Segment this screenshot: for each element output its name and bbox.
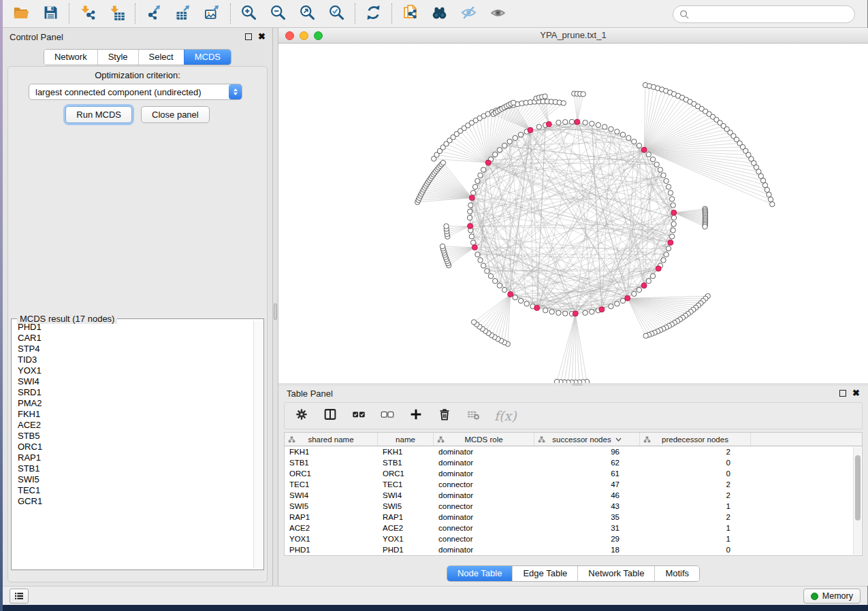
table-row[interactable]: ACE2ACE2connector311 xyxy=(285,523,862,533)
add-column-button[interactable] xyxy=(408,407,423,425)
cell-predecessor-nodes[interactable]: 1 xyxy=(640,533,751,544)
mcds-result-list[interactable]: PHD1CAR1STP4TID3YOX1SWI4SRD1PMA2FKH1ACE2… xyxy=(13,322,253,568)
cell-name[interactable]: FKH1 xyxy=(378,446,434,457)
cell-shared-name[interactable]: PHD1 xyxy=(285,544,378,555)
mcds-result-item[interactable]: ORC1 xyxy=(13,442,253,452)
mcds-result-item[interactable]: TID3 xyxy=(13,354,253,365)
tab-motifs[interactable]: Motifs xyxy=(654,566,699,581)
deselect-all-checkboxes-button[interactable] xyxy=(380,407,395,425)
export-image-button[interactable] xyxy=(197,1,227,26)
memory-button[interactable]: Memory xyxy=(803,589,861,604)
cell-name[interactable]: TEC1 xyxy=(378,479,434,490)
close-panel-icon[interactable]: ✖ xyxy=(258,33,266,40)
column-header-MCDS-role[interactable]: MCDS role xyxy=(434,433,534,446)
zoom-selected-button[interactable] xyxy=(322,1,351,26)
cell-MCDS-role[interactable]: connector xyxy=(434,533,534,544)
optimization-criterion-select[interactable]: largest connected component (undirected) xyxy=(29,84,242,100)
cell-predecessor-nodes[interactable]: 0 xyxy=(640,457,751,468)
tab-network-table[interactable]: Network Table xyxy=(577,566,654,581)
table-scrollbar[interactable] xyxy=(853,447,861,555)
table-row[interactable]: SWI5SWI5connector431 xyxy=(285,501,862,512)
cell-name[interactable]: STB1 xyxy=(378,457,434,468)
column-header-successor-nodes[interactable]: successor nodes xyxy=(534,433,640,446)
cell-MCDS-role[interactable]: dominator xyxy=(434,544,534,555)
cell-shared-name[interactable]: STB1 xyxy=(285,457,378,468)
cell-MCDS-role[interactable]: dominator xyxy=(434,512,534,523)
cell-shared-name[interactable]: SWI5 xyxy=(285,501,378,512)
cell-name[interactable]: SWI4 xyxy=(378,490,434,501)
cell-shared-name[interactable]: SWI4 xyxy=(285,490,378,501)
cell-name[interactable]: RAP1 xyxy=(378,512,434,523)
table-row[interactable]: PHD1PHD1dominator180 xyxy=(285,544,862,555)
column-header-name[interactable]: name xyxy=(378,433,434,446)
cell-MCDS-role[interactable]: connector xyxy=(434,479,534,490)
mcds-result-item[interactable]: STB5 xyxy=(13,431,253,442)
cell-shared-name[interactable]: RAP1 xyxy=(285,512,378,523)
mcds-result-item[interactable]: SWI5 xyxy=(13,474,253,485)
delete-column-button[interactable] xyxy=(437,407,452,425)
import-table-button[interactable] xyxy=(102,1,131,26)
table-row[interactable]: TEC1TEC1connector472 xyxy=(285,479,862,490)
mcds-result-item[interactable]: STP4 xyxy=(13,344,253,354)
mcds-result-item[interactable]: FKH1 xyxy=(13,409,253,420)
table-row[interactable]: SWI4SWI4dominator462 xyxy=(285,490,862,501)
split-panel-button[interactable] xyxy=(323,407,338,425)
vertical-splitter-handle[interactable] xyxy=(274,303,277,320)
cell-MCDS-role[interactable]: dominator xyxy=(434,468,534,479)
export-network-button[interactable] xyxy=(139,1,168,26)
import-network-button[interactable] xyxy=(73,1,102,26)
cell-shared-name[interactable]: YOX1 xyxy=(285,533,378,544)
network-window-titlebar[interactable]: YPA_prune.txt_1 xyxy=(278,28,868,44)
mcds-result-item[interactable]: TEC1 xyxy=(13,485,253,496)
float-table-panel-icon[interactable] xyxy=(839,390,846,397)
column-header-predecessor-nodes[interactable]: predecessor nodes xyxy=(640,433,751,446)
mcds-result-item[interactable]: GCR1 xyxy=(13,496,253,507)
tab-node-table[interactable]: Node Table xyxy=(447,566,513,581)
show-all-button[interactable] xyxy=(483,1,513,26)
cell-predecessor-nodes[interactable]: 1 xyxy=(640,523,751,533)
cell-successor-nodes[interactable]: 46 xyxy=(534,490,640,501)
cell-predecessor-nodes[interactable]: 0 xyxy=(640,544,751,555)
tab-select[interactable]: Select xyxy=(138,50,184,65)
cell-name[interactable]: ORC1 xyxy=(378,468,434,479)
cell-MCDS-role[interactable]: dominator xyxy=(434,446,534,457)
cell-predecessor-nodes[interactable]: 2 xyxy=(640,512,751,523)
mcds-result-item[interactable]: PMA2 xyxy=(13,398,253,409)
cell-predecessor-nodes[interactable]: 2 xyxy=(640,490,751,501)
cell-successor-nodes[interactable]: 62 xyxy=(534,457,640,468)
cell-MCDS-role[interactable]: dominator xyxy=(434,490,534,501)
close-window-button[interactable] xyxy=(285,31,294,40)
select-all-checkboxes-button[interactable] xyxy=(351,407,366,425)
open-session-button[interactable] xyxy=(7,1,36,26)
cell-predecessor-nodes[interactable]: 0 xyxy=(640,468,751,479)
mcds-result-item[interactable]: PHD1 xyxy=(13,322,253,333)
cell-successor-nodes[interactable]: 43 xyxy=(534,501,640,512)
cell-MCDS-role[interactable]: connector xyxy=(434,501,534,512)
cell-successor-nodes[interactable]: 31 xyxy=(534,523,640,533)
cell-shared-name[interactable]: TEC1 xyxy=(285,479,378,490)
cell-shared-name[interactable]: ACE2 xyxy=(285,523,378,533)
cell-successor-nodes[interactable]: 18 xyxy=(534,544,640,555)
zoom-in-button[interactable] xyxy=(234,1,263,26)
mcds-result-item[interactable]: ACE2 xyxy=(13,420,253,431)
close-panel-button[interactable]: Close panel xyxy=(141,106,210,123)
hide-selected-button[interactable] xyxy=(454,1,483,26)
zoom-fit-button[interactable] xyxy=(293,1,322,26)
cell-shared-name[interactable]: FKH1 xyxy=(285,446,378,457)
cell-MCDS-role[interactable]: connector xyxy=(434,523,534,533)
cell-successor-nodes[interactable]: 35 xyxy=(534,512,640,523)
table-row[interactable]: FKH1FKH1dominator962 xyxy=(285,446,862,457)
table-row[interactable]: YOX1YOX1connector291 xyxy=(285,533,862,544)
export-table-button[interactable] xyxy=(168,1,197,26)
mcds-result-item[interactable]: CAR1 xyxy=(13,333,253,344)
search-box[interactable] xyxy=(673,5,855,23)
cell-predecessor-nodes[interactable]: 2 xyxy=(640,479,751,490)
search-input[interactable] xyxy=(693,10,843,20)
table-settings-button[interactable] xyxy=(294,407,309,425)
cell-predecessor-nodes[interactable]: 2 xyxy=(640,446,751,457)
table-scrollbar-thumb[interactable] xyxy=(855,455,861,521)
mcds-result-item[interactable]: YOX1 xyxy=(13,365,253,376)
mcds-result-item[interactable]: SRD1 xyxy=(13,387,253,398)
cell-successor-nodes[interactable]: 47 xyxy=(534,479,640,490)
cell-successor-nodes[interactable]: 61 xyxy=(534,468,640,479)
